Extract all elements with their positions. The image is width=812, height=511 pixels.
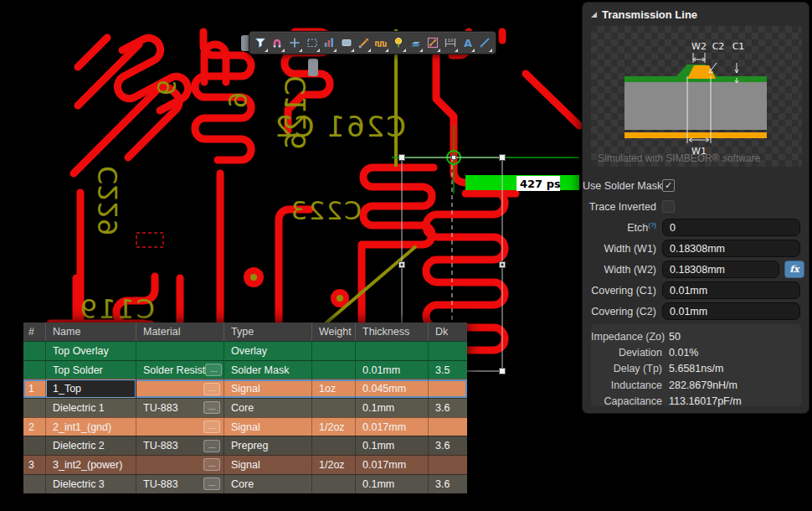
toolbar-pad-button[interactable] [338,33,355,53]
stackup-cell-thickness[interactable]: 0.017mm [356,456,429,474]
material-picker-button[interactable]: … [203,383,220,395]
stackup-cell-name[interactable]: Dielectric 1 [46,399,136,417]
stackup-cell-material[interactable]: … [136,379,224,398]
material-value: TU-883 [143,440,178,452]
stackup-row[interactable]: 11_Top…Signal1oz0.045mm [23,379,467,398]
field-label: Use Solder Mask [583,180,656,192]
toolbar-meander-tuning-button[interactable] [373,33,389,53]
stackup-cell-thickness[interactable]: 0.1mm [356,475,429,493]
stackup-cell-weight[interactable]: 1oz [312,379,356,398]
stackup-cell-thickness[interactable]: 0.1mm [356,436,429,455]
stackup-cell-weight[interactable] [312,475,356,493]
stackup-cell-dk[interactable] [429,418,467,436]
stackup-col-header: Weight [312,323,356,341]
material-picker-button[interactable]: … [203,458,220,471]
stackup-row[interactable]: Dielectric 3TU-883…Core0.1mm3.6 [23,474,467,493]
stackup-cell-material[interactable]: TU-883… [136,475,224,493]
toolbar-route-button[interactable] [356,33,373,53]
collapse-icon[interactable] [591,11,597,18]
stackup-cell-name[interactable]: 1_Top [46,379,136,398]
field-input[interactable]: 0.01mm [662,281,800,299]
selection-handle [500,155,506,161]
layer-stack-icon [409,36,423,49]
stackup-cell-dk[interactable] [429,379,467,398]
stackup-row[interactable]: Dielectric 2TU-883…Prepreg0.1mm3.6 [23,436,467,455]
help-link[interactable]: (?) [648,221,656,229]
stackup-cell-weight[interactable]: 1/2oz [312,418,356,436]
stackup-cell-name[interactable]: Dielectric 3 [46,475,136,493]
toolbar-filter-button[interactable] [252,33,269,53]
stackup-cell-type[interactable]: Solder Mask [224,361,312,379]
stackup-cell-material[interactable]: Solder Resist… [136,361,224,379]
stackup-cell-dk[interactable]: 3.5 [429,361,467,379]
stackup-row[interactable]: Top SolderSolder Resist…Solder Mask0.01m… [23,360,467,379]
stackup-cell-dk[interactable]: 3.6 [429,436,467,455]
toolbar-text-button[interactable]: A [460,33,476,53]
simbeor-watermark: Simulated with SIMBEOR® software [598,152,760,164]
stackup-cell-type[interactable]: Signal [224,379,312,398]
stackup-cell-dk[interactable]: 3.6 [429,399,467,417]
field-input[interactable]: 0.01mm [662,302,800,320]
stackup-row[interactable]: Dielectric 1TU-883…Core0.1mm3.6 [23,398,467,417]
stackup-row[interactable]: Top OverlayOverlay [23,341,467,360]
bottom-copper-layer [624,132,767,138]
stat-value: 5.6581ns/m [669,363,723,374]
field-input[interactable]: 0.18308mm [662,261,779,278]
stackup-cell-dk[interactable] [429,456,467,474]
stackup-cell-weight[interactable]: 1/2oz [312,456,356,474]
stackup-cell-thickness[interactable]: 0.045mm [356,379,429,398]
stackup-cell-type[interactable]: Overlay [224,342,312,360]
stackup-cell-weight[interactable] [312,436,356,455]
toolbar-select-region-button[interactable] [304,33,321,53]
fx-expression-button[interactable]: fx [784,261,804,278]
stackup-cell-material[interactable]: TU-883… [136,436,224,455]
stackup-cell-name[interactable]: 2_int1_(gnd) [46,418,136,436]
stackup-row[interactable]: 22_int1_(gnd)…Signal1/2oz0.017mm [23,417,467,436]
stackup-cell-weight[interactable] [312,361,356,379]
field-input[interactable]: 0.18308mm [662,240,800,257]
stackup-cell-thickness[interactable]: 0.1mm [356,399,429,417]
pcb-editor-stage: C261 C2 C223 C126 C229 C119 9 6 427 ps [0,0,812,511]
toolbar-dimension-button[interactable]: 10 [442,33,459,53]
stackup-cell-material[interactable] [136,342,224,360]
stackup-cell-thickness[interactable]: 0.017mm [356,418,429,436]
stackup-cell-name[interactable]: Top Overlay [46,342,136,360]
unchecked-checkbox[interactable] [662,200,675,213]
route-icon [357,36,371,49]
stackup-cell-type[interactable]: Core [224,399,312,417]
stackup-cell-material[interactable]: … [136,456,224,474]
stackup-cell-dk[interactable] [429,342,467,360]
material-picker-button[interactable]: … [205,364,222,376]
stackup-cell-name[interactable]: Dielectric 2 [46,436,136,455]
material-picker-button[interactable]: … [203,401,220,414]
toolbar-layer-stack-button[interactable] [408,33,424,53]
stackup-cell-material[interactable]: … [136,418,224,436]
stackup-cell-type[interactable]: Signal [224,456,312,474]
material-picker-button[interactable]: … [203,440,220,452]
stackup-cell-name[interactable]: 3_int2_(power) [46,456,136,474]
stackup-cell-name[interactable]: Top Solder [46,361,136,379]
toolbar-crosshair-button[interactable] [286,33,303,53]
stackup-row[interactable]: 33_int2_(power)…Signal1/2oz0.017mm [23,455,467,474]
toolbar-measure-distance-button[interactable] [424,33,441,53]
stackup-cell-dk[interactable]: 3.6 [429,475,467,493]
toolbar-signal-bars-button[interactable] [321,33,338,53]
stackup-cell-type[interactable]: Prepreg [224,436,312,455]
svg-text:W2: W2 [691,41,707,52]
toolbar-pin-light-button[interactable] [390,33,407,53]
toolbar-line-button[interactable] [476,33,493,53]
stackup-header-row: #NameMaterialTypeWeightThicknessDk [23,323,467,341]
stackup-cell-thickness[interactable] [356,342,429,360]
panel-header[interactable]: Transmission Line [583,3,809,26]
toolbar-magnet-button[interactable] [270,33,286,53]
field-input[interactable]: 0 [662,219,800,236]
material-picker-button[interactable]: … [203,477,220,490]
stackup-cell-type[interactable]: Signal [224,418,312,436]
stackup-cell-type[interactable]: Core [224,475,312,493]
stackup-cell-material[interactable]: TU-883… [136,399,224,417]
material-picker-button[interactable]: … [203,421,220,433]
checked-checkbox[interactable] [662,179,675,192]
stackup-cell-weight[interactable] [312,342,356,360]
stackup-cell-weight[interactable] [312,399,356,417]
stackup-cell-thickness[interactable]: 0.01mm [356,361,429,379]
